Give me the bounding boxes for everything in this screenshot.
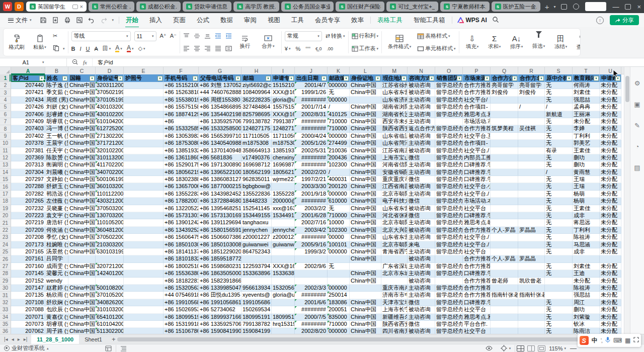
cell[interactable] [350,285,381,292]
cell[interactable]: z20001227 [272,234,295,241]
cell[interactable] [518,161,545,168]
cell[interactable]: 主动咨询 [408,104,435,111]
cell[interactable]: China中国 [68,328,96,334]
filter-dropdown-icon[interactable]: ▼ [567,76,572,81]
row-number-29[interactable]: 29 [0,278,11,285]
cell[interactable]: 207378 [11,140,45,147]
ribbon-tab[interactable]: 公式 [191,14,215,27]
cell[interactable] [124,241,164,248]
cell[interactable]: 207304 [11,169,45,176]
cell[interactable]: 无 [328,89,350,96]
cell[interactable]: 654101200007050581 [96,314,124,321]
cell[interactable]: 天津市宝坻 [381,299,408,306]
column-letter-G[interactable]: G [199,67,242,74]
column-letter-N[interactable]: N [408,67,435,74]
cell[interactable]: +86 1506607386 [199,234,242,241]
cell[interactable] [491,104,518,111]
cell[interactable]: 王瑞 [573,183,600,190]
cell[interactable]: 未分配 [600,292,621,299]
decrease-decimal-icon[interactable]: .00 [327,46,333,51]
cell[interactable]: 207135 [11,292,45,299]
cell[interactable]: +86 1971300890 [199,161,242,168]
cell[interactable]: 2002/9/6 [295,263,328,270]
cell[interactable]: 主动咨询 [408,118,435,125]
decrease-font-icon[interactable]: A⁻ [170,33,177,39]
cell[interactable]: 舒欣娴 (女 [45,299,68,306]
cell[interactable] [124,154,164,161]
cell[interactable]: gloria@uk [272,97,295,104]
cell[interactable]: 罗晶晶 [518,255,545,262]
cell[interactable]: 强思喆 [573,97,600,104]
cell[interactable]: 市场活动.本 [463,198,491,205]
cell[interactable]: 湖南省长沙 [381,111,408,118]
cell[interactable]: 无 [545,205,573,212]
cell[interactable] [518,285,545,292]
cell[interactable]: 留学总经办 [435,191,463,198]
cell[interactable]: China中国 [350,176,381,183]
cell[interactable]: 612725200110100019 [96,125,124,132]
cell[interactable] [124,147,164,154]
cell[interactable]: China中国 [350,270,381,277]
cell[interactable] [350,263,381,270]
cell[interactable]: China中国 [350,140,381,147]
cell[interactable]: 320721200209060081 [96,263,124,270]
cell[interactable]: 799138782 [242,118,272,125]
table-style-button[interactable]: 表格样式▾ [417,32,450,40]
sidebar-icon[interactable]: ⚙ [634,80,640,86]
cell[interactable]: +86 1850103008 [199,241,242,248]
cell[interactable]: 蒋思远 [573,219,600,226]
cell[interactable]: 207426 [11,104,45,111]
cell[interactable]: 无 [545,299,573,306]
cell[interactable]: 无 [545,248,573,255]
header-cell[interactable]: 咨询方式▼ [408,74,435,82]
cell[interactable]: 207147 [11,285,45,292]
cell[interactable]: China中国 [350,314,381,321]
ribbon-tab[interactable]: 效率 [346,14,369,27]
cell[interactable] [124,191,164,198]
cell[interactable]: 2000/7/5 [295,314,328,321]
cell[interactable]: 207265 [11,198,45,205]
column-letter-L[interactable]: L [350,67,381,74]
cell[interactable]: 1997/2/21 [295,176,328,183]
cell[interactable]: +86 18753080 [164,140,199,147]
cell[interactable]: 135522836 [272,191,295,198]
cell[interactable]: China中国 [350,255,381,262]
cell[interactable] [518,241,545,248]
cell[interactable]: 207434 [11,97,45,104]
cell[interactable] [491,306,518,313]
cell[interactable]: China中国 [68,212,96,219]
cell[interactable]: 000000 [328,328,350,334]
cell[interactable]: 陕西省西安 [381,125,408,132]
worksheet-button[interactable]: 工作表▾ [352,45,379,52]
cell[interactable]: 济南市市中 [381,292,408,299]
cell[interactable]: 无 [545,140,573,147]
search-icon[interactable] [492,16,499,25]
cell[interactable]: 200000@qq [272,198,295,205]
sheet-tab[interactable]: 11_28_5_1000 [31,334,79,344]
close-tab-icon[interactable]: × [80,4,83,10]
cell[interactable]: China中国 [68,183,96,190]
cell[interactable]: China中国 [350,212,381,219]
cell[interactable] [518,118,545,125]
cell[interactable]: 黄雨慧 [573,169,600,176]
cell[interactable]: 1999/1/26 [295,89,328,96]
cell[interactable] [435,118,463,125]
cell[interactable]: 山东省东营 [381,89,408,96]
filter-dropdown-icon[interactable]: ▼ [429,76,434,81]
cell[interactable]: 主动咨询 [408,314,435,321]
cell[interactable] [491,205,518,212]
sidebar-icon[interactable]: ▣ [634,101,640,108]
formula-input[interactable]: 客户id [93,59,118,66]
cell[interactable]: 未分配 [600,285,621,292]
cell[interactable]: 曾老师 [491,278,518,285]
cell[interactable]: China中国 [350,82,381,89]
cell[interactable]: +86 13053983 [164,133,199,140]
header-cell[interactable]: 现住地址▼ [381,74,408,82]
cell[interactable]: 杨萌 [573,198,600,205]
cell[interactable]: +86 1386083127 [199,176,242,183]
align-left-icon[interactable] [183,46,190,51]
cell[interactable]: +86 1580156591 [199,227,242,234]
cell[interactable]: China中国 [68,219,96,226]
cell[interactable]: 183086 [328,299,350,306]
cell[interactable]: 未分配 [600,147,621,154]
